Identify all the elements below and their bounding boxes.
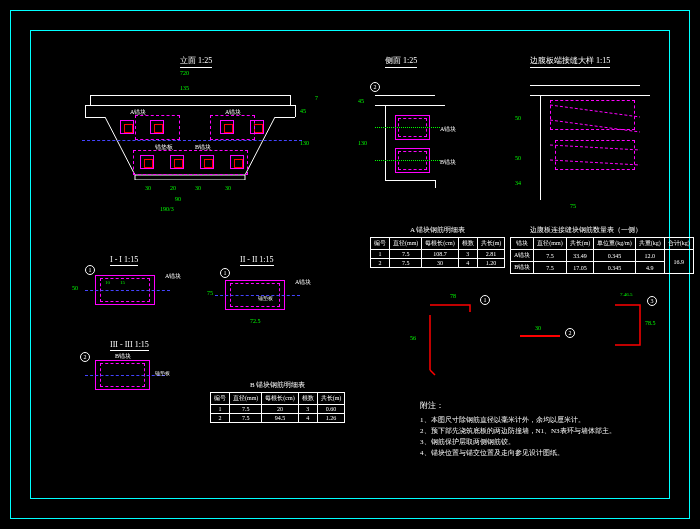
note-3: 3、钢筋保护层取两侧钢筋铰。 <box>420 437 616 448</box>
callout-2a: 2 <box>370 82 380 92</box>
dim-s1-10: 10 <box>105 280 110 285</box>
svg-line-1 <box>550 120 640 132</box>
tableA-title: A 锚块钢筋明细表 <box>410 225 465 235</box>
dim-720: 720 <box>180 70 189 76</box>
dim-d50b: 50 <box>515 155 521 161</box>
elevation-title: 立面 1:25 <box>180 55 212 68</box>
table-C: 锚块直径(mm)共长(m)单位重(kg/m)共重(kg)合计(kg) A锚块7.… <box>510 237 694 274</box>
label-blockA-2: A锚块 <box>225 108 241 117</box>
dim-20: 20 <box>170 185 176 191</box>
dim-130: 130 <box>300 140 309 146</box>
table-B: 编号直径(mm)每根长(cm)根数共长(m) 17.52030.60 27.59… <box>210 392 345 423</box>
dim-r30: 30 <box>535 325 541 331</box>
dim-190-3: 190/3 <box>160 206 174 212</box>
label-blockA-5: A锚块 <box>295 278 311 287</box>
dim-r785: 78.5 <box>645 320 656 326</box>
dim-s2-725: 72.5 <box>250 318 261 324</box>
svg-line-3 <box>550 160 640 165</box>
svg-line-0 <box>550 105 640 117</box>
table-A: 编号直径(mm)每根长(cm)根数共长(m) 17.5108.732.81 27… <box>370 237 505 268</box>
label-blockA-1: A锚块 <box>130 108 146 117</box>
section-title: 侧面 1:25 <box>385 55 417 68</box>
callout-1a: 1 <box>85 265 95 275</box>
sec3-title: III - III 1:15 <box>110 340 149 351</box>
sec2-title: II - II 1:15 <box>240 255 274 266</box>
note-4: 4、锚块位置与锚交位置及走向参见设计图纸。 <box>420 448 616 459</box>
dim-s130: 130 <box>358 140 367 146</box>
svg-line-2 <box>550 145 640 150</box>
dim-d34: 34 <box>515 180 521 186</box>
dim-7: 7 <box>315 95 318 101</box>
note-2: 2、预下部先浇筑底板的两边防撞墙，N1、N3表环与墙体部主。 <box>420 426 616 437</box>
sec1-title: I - I 1:15 <box>110 255 138 266</box>
label-blockB-2: B锚块 <box>440 158 456 167</box>
dim-45: 45 <box>300 108 306 114</box>
notes-block: 附注： 1、本图尺寸除钢筋直径以毫米计外，余均以厘米计。 2、预下部先浇筑底板的… <box>420 400 616 460</box>
dim-s45: 45 <box>358 98 364 104</box>
dim-s1-50: 50 <box>72 285 78 291</box>
dim-s2-75: 75 <box>207 290 213 296</box>
callout-r3: 3 <box>647 296 657 306</box>
dim-30c: 30 <box>225 185 231 191</box>
label-blockB-1: B锚块 <box>195 143 211 152</box>
dim-30a: 30 <box>145 185 151 191</box>
dim-r56: 56 <box>410 335 416 341</box>
callout-r2: 2 <box>565 328 575 338</box>
callout-r1: 1 <box>480 295 490 305</box>
dim-d50: 50 <box>515 115 521 121</box>
note-1: 1、本图尺寸除钢筋直径以毫米计外，余均以厘米计。 <box>420 415 616 426</box>
detail-title: 边腹板端接缝大样 1:15 <box>530 55 610 68</box>
notes-title: 附注： <box>420 400 616 413</box>
callout-1b: 1 <box>220 268 230 278</box>
label-blockA-3: A锚块 <box>440 125 456 134</box>
dim-d75: 75 <box>570 203 576 209</box>
tableB-title: B 锚块钢筋明细表 <box>250 380 305 390</box>
callout-2b: 2 <box>80 352 90 362</box>
dim-r78: 78 <box>450 293 456 299</box>
label-blockA-4: A锚块 <box>165 272 181 281</box>
detail-lines <box>545 95 645 195</box>
dim-90: 90 <box>175 196 181 202</box>
dim-s1-15: 15 <box>120 280 125 285</box>
dim-30b: 30 <box>195 185 201 191</box>
tableC-title: 边腹板连接缝块钢筋数量表（一侧） <box>530 225 642 235</box>
label-cushion-1: 锚垫板 <box>155 143 173 152</box>
label-cushion-2: 锚垫板 <box>258 295 273 301</box>
label-cushion-3: 锚垫板 <box>155 370 170 376</box>
dim-135: 135 <box>180 85 189 91</box>
label-blockB-3: B锚块 <box>115 352 131 361</box>
